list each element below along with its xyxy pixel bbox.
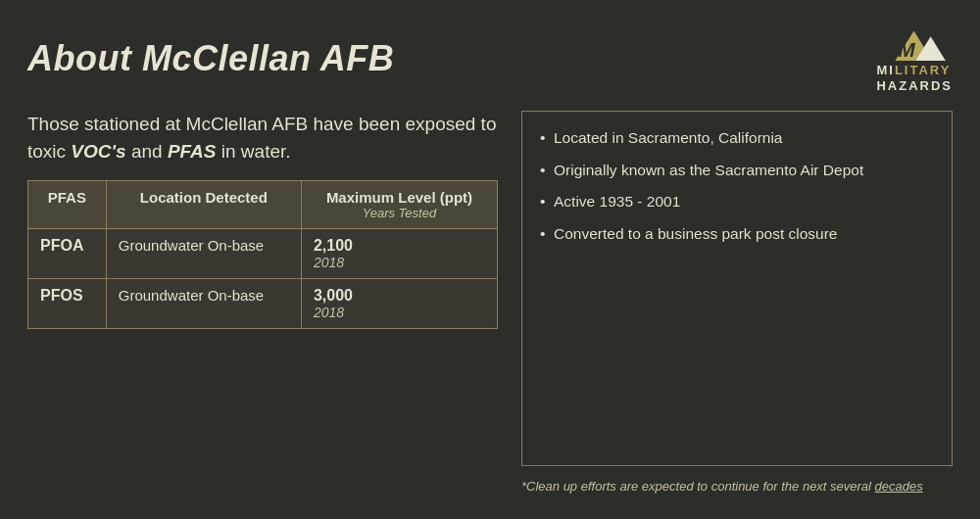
pfas-bold: PFAS	[168, 141, 217, 162]
list-item: Active 1935 - 2001	[540, 191, 934, 212]
pfoa-max-value: 2,100	[314, 237, 485, 255]
list-item: Located in Sacramento, California	[540, 127, 934, 149]
col-level-header-main: Maximum Level (ppt)	[326, 189, 472, 206]
pfos-label: PFOS	[28, 279, 107, 329]
pfos-max-value: 3,000	[314, 287, 485, 305]
pfas-table: PFAS Location Detected Maximum Level (pp…	[27, 180, 498, 329]
footer-underline-word: decades	[875, 479, 923, 494]
page-title: About McClellan AFB	[27, 38, 394, 79]
pfoa-label: PFOA	[28, 229, 107, 279]
logo-line1: MILITARY	[876, 63, 953, 78]
col-pfas-header: PFAS	[28, 181, 107, 229]
right-column: Located in Sacramento, California Origin…	[521, 111, 953, 495]
voc-bold: VOC's	[71, 141, 125, 162]
pfoa-year: 2018	[314, 255, 485, 270]
table-row: PFOA Groundwater On-base 2,100 2018	[28, 229, 498, 279]
pfos-level: 3,000 2018	[301, 279, 497, 329]
col-location-header: Location Detected	[106, 181, 301, 229]
intro-paragraph: Those stationed at McClellan AFB have be…	[27, 111, 498, 165]
military-hazards-logo-icon: M	[894, 24, 953, 63]
pfoa-location: Groundwater On-base	[106, 229, 301, 279]
col-level-header-sub: Years Tested	[314, 206, 485, 220]
list-item: Converted to a business park post closur…	[540, 223, 934, 245]
main-container: About McClellan AFB M MILITARY HAZARDS T…	[0, 0, 980, 519]
pfoa-level: 2,100 2018	[301, 229, 497, 279]
info-box: Located in Sacramento, California Origin…	[521, 111, 953, 466]
table-row: PFOS Groundwater On-base 3,000 2018	[28, 279, 498, 329]
body: Those stationed at McClellan AFB have be…	[27, 111, 953, 495]
logo-text: MILITARY HAZARDS	[876, 63, 953, 93]
header: About McClellan AFB M MILITARY HAZARDS	[27, 24, 953, 93]
info-list: Located in Sacramento, California Origin…	[540, 127, 934, 245]
left-column: Those stationed at McClellan AFB have be…	[27, 111, 498, 495]
pfos-year: 2018	[314, 305, 485, 320]
footer-note: *Clean up efforts are expected to contin…	[521, 478, 953, 495]
list-item: Originally known as the Sacramento Air D…	[540, 160, 934, 181]
footer-text: *Clean up efforts are expected to contin…	[521, 479, 875, 494]
logo-line2: HAZARDS	[876, 78, 953, 94]
logo: M MILITARY HAZARDS	[876, 24, 953, 93]
pfos-location: Groundwater On-base	[106, 279, 301, 329]
col-level-header: Maximum Level (ppt) Years Tested	[301, 181, 497, 229]
svg-text:M: M	[898, 38, 915, 61]
